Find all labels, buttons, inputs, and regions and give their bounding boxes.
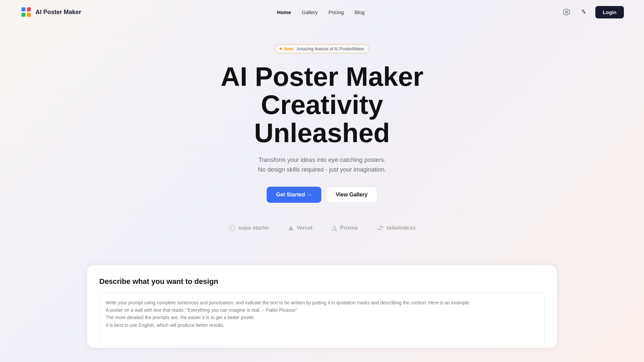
logo-supastarter: supa starter [228, 224, 269, 232]
supastarter-icon [228, 224, 236, 232]
navbar: AI Poster Maker Home Gallery Pricing Blo… [0, 0, 644, 24]
nav-pricing[interactable]: Pricing [328, 9, 344, 15]
subtitle-line2: No design skills required - just your im… [258, 166, 386, 173]
navbar-right: Login [560, 6, 624, 18]
login-button[interactable]: Login [595, 6, 624, 18]
logo-icon [20, 6, 32, 18]
tailwind-icon [377, 226, 384, 230]
new-badge: New: Amazing feature of AI PosterMaker [275, 44, 369, 53]
hero-subtitle: Transform your ideas into eye-catching p… [258, 155, 386, 175]
logo-vercel: Vercel [288, 225, 312, 231]
nav-links: Home Gallery Pricing Blog [277, 9, 365, 15]
vercel-icon [288, 225, 294, 231]
settings-icon [563, 9, 570, 15]
svg-rect-2 [21, 13, 25, 17]
svg-rect-1 [27, 7, 31, 11]
translate-icon-button[interactable] [578, 6, 590, 18]
logo-strip: supa starter Vercel Prisma tailwindcss [228, 224, 416, 245]
svg-rect-3 [27, 13, 31, 17]
get-started-button[interactable]: Get Started → [267, 187, 321, 203]
nav-gallery[interactable]: Gallery [302, 9, 318, 15]
badge-new-label: New: [284, 46, 294, 51]
hero-title-line3: Unleashed [254, 118, 390, 148]
translate-icon [581, 9, 587, 15]
brand-logo[interactable]: AI Poster Maker [20, 6, 81, 18]
logo-prisma: Prisma [331, 225, 358, 231]
hero-title-line1: AI Poster Maker [221, 62, 424, 92]
hero-buttons: Get Started → View Gallery [267, 187, 377, 203]
nav-home[interactable]: Home [277, 9, 291, 15]
subtitle-line1: Transform your ideas into eye-catching p… [258, 157, 386, 163]
design-section: Describe what you want to design [87, 265, 557, 348]
design-section-title: Describe what you want to design [99, 277, 545, 286]
brand-name: AI Poster Maker [36, 9, 81, 16]
hero-title-line2: Creativity [261, 90, 383, 120]
view-gallery-button[interactable]: View Gallery [326, 187, 377, 203]
nav-blog[interactable]: Blog [355, 9, 365, 15]
logo-tailwindcss: tailwindcss [377, 225, 416, 231]
badge-dot [280, 48, 282, 50]
hero-title: AI Poster Maker Creativity Unleashed [221, 63, 424, 147]
badge-text: Amazing feature of AI PosterMaker [297, 46, 364, 51]
prompt-textarea[interactable] [99, 293, 545, 346]
settings-icon-button[interactable] [560, 6, 573, 18]
svg-rect-0 [21, 7, 25, 11]
hero-section: New: Amazing feature of AI PosterMaker A… [0, 24, 644, 258]
prisma-icon [331, 225, 337, 231]
